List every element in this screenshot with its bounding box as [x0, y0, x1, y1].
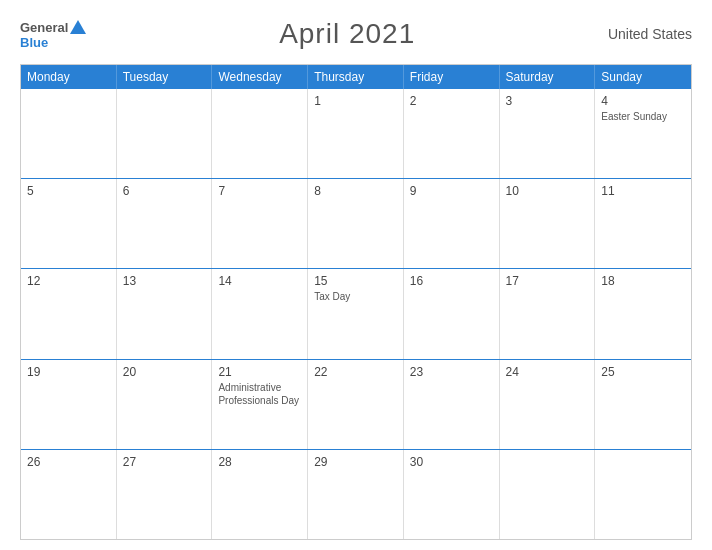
day-number: 6 [123, 184, 206, 198]
header-tuesday: Tuesday [117, 65, 213, 89]
calendar: Monday Tuesday Wednesday Thursday Friday… [20, 64, 692, 540]
calendar-cell-w4-d5: 23 [404, 360, 500, 449]
calendar-cell-w4-d2: 20 [117, 360, 213, 449]
calendar-cell-w1-d3 [212, 89, 308, 178]
day-number: 29 [314, 455, 397, 469]
header-monday: Monday [21, 65, 117, 89]
header: General Blue April 2021 United States [20, 18, 692, 50]
day-number: 4 [601, 94, 685, 108]
calendar-cell-w1-d6: 3 [500, 89, 596, 178]
country-label: United States [608, 26, 692, 42]
calendar-cell-w5-d1: 26 [21, 450, 117, 539]
calendar-cell-w4-d3: 21Administrative Professionals Day [212, 360, 308, 449]
logo-general-text: General [20, 21, 68, 34]
day-number: 26 [27, 455, 110, 469]
calendar-cell-w2-d2: 6 [117, 179, 213, 268]
day-number: 16 [410, 274, 493, 288]
day-number: 9 [410, 184, 493, 198]
day-number: 20 [123, 365, 206, 379]
calendar-week-1: 1234Easter Sunday [21, 89, 691, 179]
logo-top-row: General [20, 20, 86, 36]
calendar-cell-w5-d3: 28 [212, 450, 308, 539]
calendar-cell-w2-d7: 11 [595, 179, 691, 268]
calendar-cell-w3-d5: 16 [404, 269, 500, 358]
calendar-cell-w2-d6: 10 [500, 179, 596, 268]
calendar-cell-w1-d4: 1 [308, 89, 404, 178]
day-number: 13 [123, 274, 206, 288]
header-sunday: Sunday [595, 65, 691, 89]
day-number: 14 [218, 274, 301, 288]
calendar-cell-w1-d2 [117, 89, 213, 178]
day-number: 3 [506, 94, 589, 108]
logo-blue-text: Blue [20, 36, 48, 49]
calendar-cell-w5-d5: 30 [404, 450, 500, 539]
day-number: 10 [506, 184, 589, 198]
event-label: Administrative Professionals Day [218, 381, 301, 407]
day-number: 1 [314, 94, 397, 108]
day-number: 27 [123, 455, 206, 469]
calendar-cell-w2-d5: 9 [404, 179, 500, 268]
calendar-week-4: 192021Administrative Professionals Day22… [21, 360, 691, 450]
logo: General Blue [20, 20, 86, 49]
event-label: Tax Day [314, 290, 397, 303]
calendar-header: Monday Tuesday Wednesday Thursday Friday… [21, 65, 691, 89]
calendar-cell-w3-d7: 18 [595, 269, 691, 358]
day-number: 30 [410, 455, 493, 469]
day-number: 15 [314, 274, 397, 288]
calendar-cell-w5-d6 [500, 450, 596, 539]
calendar-cell-w3-d4: 15Tax Day [308, 269, 404, 358]
calendar-cell-w5-d2: 27 [117, 450, 213, 539]
day-number: 22 [314, 365, 397, 379]
calendar-cell-w2-d1: 5 [21, 179, 117, 268]
calendar-cell-w5-d4: 29 [308, 450, 404, 539]
day-number: 2 [410, 94, 493, 108]
calendar-cell-w3-d2: 13 [117, 269, 213, 358]
month-title: April 2021 [279, 18, 415, 50]
header-wednesday: Wednesday [212, 65, 308, 89]
calendar-cell-w3-d6: 17 [500, 269, 596, 358]
header-saturday: Saturday [500, 65, 596, 89]
calendar-cell-w4-d7: 25 [595, 360, 691, 449]
calendar-cell-w4-d4: 22 [308, 360, 404, 449]
calendar-cell-w2-d4: 8 [308, 179, 404, 268]
day-number: 7 [218, 184, 301, 198]
calendar-cell-w3-d3: 14 [212, 269, 308, 358]
header-friday: Friday [404, 65, 500, 89]
logo-triangle-icon [70, 20, 86, 34]
page: General Blue April 2021 United States Mo… [0, 0, 712, 550]
day-number: 12 [27, 274, 110, 288]
day-number: 23 [410, 365, 493, 379]
calendar-week-5: 2627282930 [21, 450, 691, 539]
day-number: 19 [27, 365, 110, 379]
day-number: 28 [218, 455, 301, 469]
day-number: 24 [506, 365, 589, 379]
day-number: 8 [314, 184, 397, 198]
calendar-cell-w1-d7: 4Easter Sunday [595, 89, 691, 178]
calendar-cell-w1-d5: 2 [404, 89, 500, 178]
calendar-week-2: 567891011 [21, 179, 691, 269]
calendar-cell-w2-d3: 7 [212, 179, 308, 268]
day-number: 18 [601, 274, 685, 288]
day-number: 5 [27, 184, 110, 198]
calendar-cell-w4-d1: 19 [21, 360, 117, 449]
calendar-cell-w1-d1 [21, 89, 117, 178]
calendar-cell-w5-d7 [595, 450, 691, 539]
day-number: 25 [601, 365, 685, 379]
day-number: 11 [601, 184, 685, 198]
calendar-body: 1234Easter Sunday56789101112131415Tax Da… [21, 89, 691, 539]
logo-group: General Blue [20, 20, 86, 49]
calendar-cell-w4-d6: 24 [500, 360, 596, 449]
event-label: Easter Sunday [601, 110, 685, 123]
day-number: 21 [218, 365, 301, 379]
calendar-week-3: 12131415Tax Day161718 [21, 269, 691, 359]
header-thursday: Thursday [308, 65, 404, 89]
calendar-cell-w3-d1: 12 [21, 269, 117, 358]
day-number: 17 [506, 274, 589, 288]
